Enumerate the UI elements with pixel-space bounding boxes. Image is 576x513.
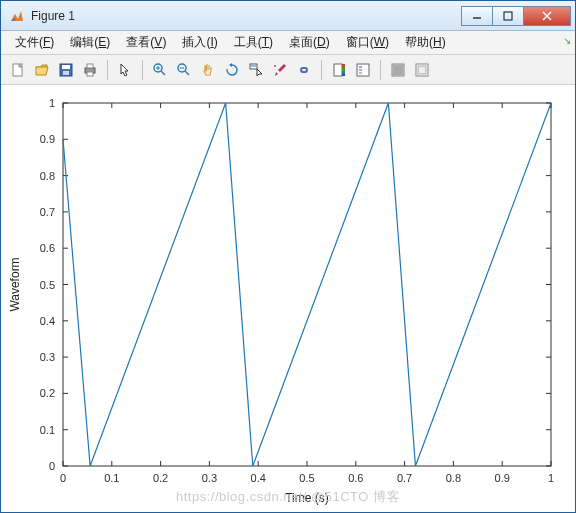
save-icon[interactable]	[55, 59, 77, 81]
svg-line-13	[161, 71, 165, 75]
zoom-out-icon[interactable]	[173, 59, 195, 81]
window-title: Figure 1	[31, 9, 461, 23]
svg-text:0.2: 0.2	[40, 387, 55, 399]
svg-text:0: 0	[60, 472, 66, 484]
svg-rect-33	[63, 103, 551, 466]
close-button[interactable]	[523, 6, 571, 26]
maximize-button[interactable]	[492, 6, 524, 26]
hideplot-icon[interactable]	[387, 59, 409, 81]
svg-line-17	[185, 71, 189, 75]
svg-rect-1	[504, 12, 512, 20]
window-buttons	[461, 6, 571, 26]
svg-text:0.2: 0.2	[153, 472, 168, 484]
svg-text:0.9: 0.9	[495, 472, 510, 484]
svg-rect-23	[334, 64, 342, 76]
new-icon[interactable]	[7, 59, 29, 81]
print-icon[interactable]	[79, 59, 101, 81]
titlebar: Figure 1	[1, 1, 575, 31]
svg-text:0.1: 0.1	[104, 472, 119, 484]
toolbar-separator	[107, 60, 108, 80]
svg-text:0.1: 0.1	[40, 424, 55, 436]
svg-rect-24	[342, 64, 345, 76]
menu-help[interactable]: 帮助(H)	[397, 32, 454, 53]
svg-text:0.7: 0.7	[40, 206, 55, 218]
svg-text:1: 1	[548, 472, 554, 484]
dock-chevron-icon[interactable]: ↘	[563, 35, 571, 46]
menu-tools[interactable]: 工具(T)	[226, 32, 281, 53]
pan-icon[interactable]	[197, 59, 219, 81]
svg-text:0.5: 0.5	[299, 472, 314, 484]
menu-view[interactable]: 查看(V)	[118, 32, 174, 53]
svg-text:1: 1	[49, 97, 55, 109]
menu-desktop[interactable]: 桌面(D)	[281, 32, 338, 53]
svg-text:0: 0	[49, 460, 55, 472]
pointer-icon[interactable]	[114, 59, 136, 81]
svg-text:0.6: 0.6	[40, 242, 55, 254]
svg-text:0.4: 0.4	[40, 315, 55, 327]
toolbar-separator	[380, 60, 381, 80]
svg-point-22	[274, 65, 276, 67]
brush-icon[interactable]	[269, 59, 291, 81]
colorbar-icon[interactable]	[328, 59, 350, 81]
svg-text:0.3: 0.3	[202, 472, 217, 484]
axes[interactable]: 00.10.20.30.40.50.60.70.80.9100.10.20.30…	[1, 85, 575, 512]
svg-text:0.5: 0.5	[40, 279, 55, 291]
svg-text:0.7: 0.7	[397, 472, 412, 484]
legend-icon[interactable]	[352, 59, 374, 81]
rotate-icon[interactable]	[221, 59, 243, 81]
toolbar-separator	[321, 60, 322, 80]
svg-text:Time (s): Time (s)	[285, 491, 329, 505]
svg-rect-11	[87, 72, 93, 76]
menu-edit[interactable]: 编辑(E)	[62, 32, 118, 53]
svg-rect-10	[87, 64, 93, 68]
toolbar-separator	[142, 60, 143, 80]
zoom-in-icon[interactable]	[149, 59, 171, 81]
svg-text:0.3: 0.3	[40, 351, 55, 363]
figure-window: Figure 1 文件(F) 编辑(E) 查看(V) 插入(I) 工具(T) 桌…	[0, 0, 576, 513]
menu-file[interactable]: 文件(F)	[7, 32, 62, 53]
svg-text:0.6: 0.6	[348, 472, 363, 484]
svg-rect-30	[393, 65, 403, 75]
svg-marker-19	[229, 63, 232, 67]
svg-text:0.8: 0.8	[446, 472, 461, 484]
toolbar	[1, 55, 575, 85]
menu-insert[interactable]: 插入(I)	[174, 32, 225, 53]
svg-text:0.9: 0.9	[40, 133, 55, 145]
datacursor-icon[interactable]	[245, 59, 267, 81]
menubar: 文件(F) 编辑(E) 查看(V) 插入(I) 工具(T) 桌面(D) 窗口(W…	[1, 31, 575, 55]
svg-rect-32	[418, 66, 426, 74]
svg-rect-8	[63, 71, 69, 75]
link-icon[interactable]	[293, 59, 315, 81]
svg-rect-7	[62, 65, 70, 69]
open-icon[interactable]	[31, 59, 53, 81]
svg-text:Waveform: Waveform	[8, 257, 22, 311]
figure-canvas[interactable]: 00.10.20.30.40.50.60.70.80.9100.10.20.30…	[1, 85, 575, 512]
showplot-icon[interactable]	[411, 59, 433, 81]
svg-text:0.4: 0.4	[251, 472, 266, 484]
minimize-button[interactable]	[461, 6, 493, 26]
svg-text:0.8: 0.8	[40, 170, 55, 182]
matlab-icon	[9, 8, 25, 24]
menu-window[interactable]: 窗口(W)	[338, 32, 397, 53]
svg-rect-25	[357, 64, 369, 76]
